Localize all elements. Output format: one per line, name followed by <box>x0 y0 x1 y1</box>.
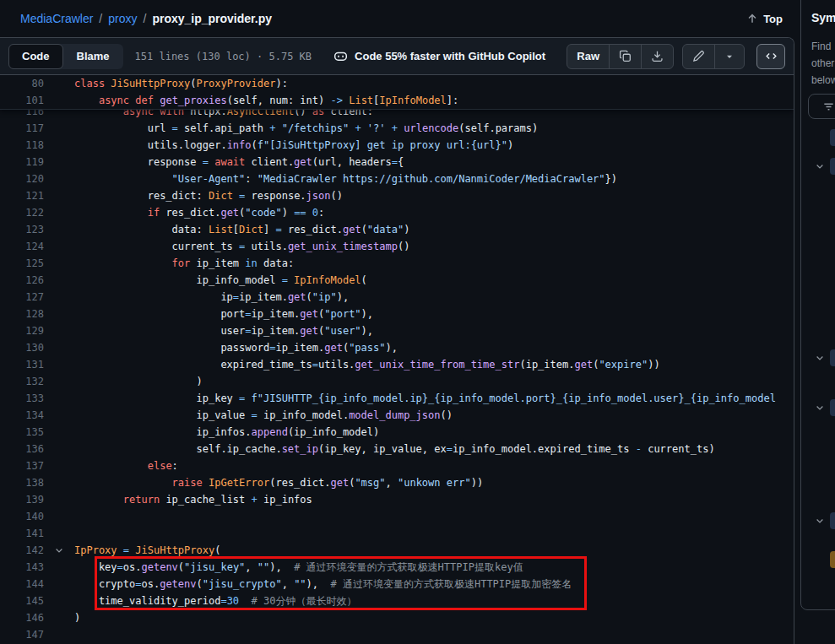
symbols-heading: Sym <box>811 11 835 24</box>
gutter-spacer <box>44 626 74 643</box>
edit-dropdown-button[interactable] <box>714 45 744 68</box>
symbol-label-chip[interactable] <box>830 512 835 529</box>
gutter-spacer <box>44 120 74 137</box>
symbol-label-chip[interactable] <box>830 349 835 366</box>
copilot-banner[interactable]: Code 55% faster with GitHub Copilot <box>333 49 545 63</box>
download-button[interactable] <box>641 45 673 68</box>
line-number[interactable]: 123 <box>0 221 44 238</box>
triangle-down-icon <box>724 51 735 62</box>
line-number[interactable]: 118 <box>0 137 44 154</box>
line-number[interactable]: 133 <box>0 390 44 407</box>
line-number[interactable]: 137 <box>0 457 44 474</box>
line-number[interactable]: 80 <box>0 75 44 92</box>
line-number[interactable]: 147 <box>0 626 44 643</box>
symbol-row[interactable] <box>801 349 835 366</box>
symbol-label-chip[interactable] <box>830 399 835 416</box>
line-number[interactable]: 144 <box>0 576 44 593</box>
line-number[interactable]: 145 <box>0 593 44 609</box>
back-to-top-link[interactable]: Top <box>746 13 783 25</box>
symbol-row[interactable] <box>801 551 835 568</box>
symbols-description: Findotherbelow <box>811 38 835 89</box>
code-view-toggle-button[interactable] <box>756 44 785 69</box>
code-row: 133 ip_key = f"JISUHTTP_{ip_info_model.i… <box>0 390 794 407</box>
symbol-row[interactable] <box>801 512 835 529</box>
gutter-spacer <box>44 221 74 238</box>
copy-button[interactable] <box>609 45 641 68</box>
line-number[interactable]: 121 <box>0 187 44 204</box>
tab-code[interactable]: Code <box>8 44 63 69</box>
symbol-row[interactable] <box>801 129 835 146</box>
line-number[interactable]: 117 <box>0 120 44 137</box>
line-number[interactable]: 146 <box>0 609 44 626</box>
code-row: 132 ) <box>0 373 794 390</box>
code-row: 118 utils.logger.info(f"[JiSuHttpProxy] … <box>0 137 794 154</box>
symbol-label-chip[interactable] <box>830 551 835 568</box>
code-line-text: time_validity_period=30 # 30分钟（最长时效） <box>74 593 356 609</box>
line-number[interactable]: 130 <box>0 339 44 356</box>
chevron-down-icon[interactable] <box>44 542 74 559</box>
gutter-spacer <box>44 525 74 542</box>
symbols-filter-button[interactable] <box>808 94 835 119</box>
line-number[interactable]: 122 <box>0 204 44 221</box>
tab-blame[interactable]: Blame <box>63 44 123 69</box>
breadcrumb-repo-link[interactable]: MediaCrawler <box>20 12 93 25</box>
code-row: 121 res_dict: Dict = response.json() <box>0 187 794 204</box>
symbol-row[interactable] <box>801 399 835 416</box>
line-number[interactable]: 140 <box>0 508 44 525</box>
line-number[interactable]: 139 <box>0 491 44 508</box>
gutter-spacer <box>44 474 74 491</box>
line-number[interactable]: 127 <box>0 289 44 306</box>
symbol-label-chip[interactable] <box>830 158 835 175</box>
gutter-spacer <box>44 559 74 576</box>
gutter-spacer <box>44 441 74 457</box>
symbols-panel: Sym Findotherbelow <box>800 0 835 610</box>
gutter-spacer <box>44 457 74 474</box>
symbol-row[interactable] <box>801 158 835 175</box>
line-number[interactable]: 101 <box>0 92 44 109</box>
line-number[interactable]: 119 <box>0 154 44 170</box>
chevron-down-icon[interactable] <box>815 353 825 363</box>
code-row: 139 return ip_cache_list + ip_infos <box>0 491 794 508</box>
code-row: 137 else: <box>0 457 794 474</box>
gutter-spacer <box>44 407 74 424</box>
raw-button[interactable]: Raw <box>567 45 609 68</box>
code-row: 122 if res_dict.get("code") == 0: <box>0 204 794 221</box>
line-number[interactable]: 116 <box>0 110 44 120</box>
code-row: 135 ip_infos.append(ip_info_model) <box>0 424 794 441</box>
gutter-spacer <box>44 593 74 609</box>
line-number[interactable]: 141 <box>0 525 44 542</box>
line-number[interactable]: 128 <box>0 306 44 322</box>
code-line-text: expired_time_ts=utils.get_unix_time_from… <box>74 356 660 373</box>
code-row: 144 crypto=os.getenv("jisu_crypto", ""),… <box>0 576 794 593</box>
line-number[interactable]: 120 <box>0 170 44 187</box>
line-number[interactable]: 138 <box>0 474 44 491</box>
line-number[interactable]: 129 <box>0 322 44 339</box>
symbol-label-chip[interactable] <box>830 129 835 146</box>
gutter-spacer <box>44 92 74 109</box>
chevron-down-icon[interactable] <box>815 516 825 526</box>
edit-button[interactable] <box>683 45 714 68</box>
line-number[interactable]: 142 <box>0 542 44 559</box>
breadcrumb-folder-link[interactable]: proxy <box>108 12 137 25</box>
download-icon <box>651 50 664 62</box>
line-number[interactable]: 131 <box>0 356 44 373</box>
toolbar-actions: Raw <box>567 44 785 69</box>
line-number[interactable]: 134 <box>0 407 44 424</box>
pencil-icon <box>692 50 705 62</box>
chevron-down-icon[interactable] <box>815 161 825 171</box>
line-number[interactable]: 125 <box>0 255 44 272</box>
line-number[interactable]: 126 <box>0 272 44 289</box>
line-number[interactable]: 124 <box>0 238 44 255</box>
line-number[interactable]: 143 <box>0 559 44 576</box>
code-line-text: ip=ip_item.get("ip"), <box>74 289 349 306</box>
code-line-text: ip_key = f"JISUHTTP_{ip_info_model.ip}_{… <box>74 390 776 407</box>
line-number[interactable]: 136 <box>0 441 44 457</box>
gutter-spacer <box>44 187 74 204</box>
code-row: 129 user=ip_item.get("user"), <box>0 322 794 339</box>
line-number[interactable]: 132 <box>0 373 44 390</box>
code-row: 134 ip_value = ip_info_model.model_dump_… <box>0 407 794 424</box>
chevron-down-icon[interactable] <box>815 403 825 413</box>
line-number[interactable]: 135 <box>0 424 44 441</box>
gutter-spacer <box>44 75 74 92</box>
code-row: 119 response = await client.get(url, hea… <box>0 154 794 170</box>
